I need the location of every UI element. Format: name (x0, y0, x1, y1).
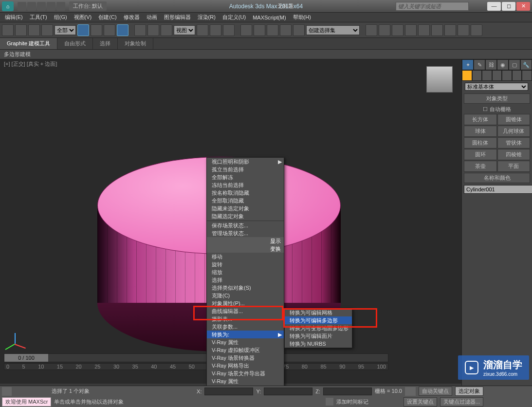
context-menu-item[interactable]: 缩放 (207, 268, 284, 276)
menu-item[interactable]: 创建(C) (95, 13, 119, 22)
unlink-button[interactable] (41, 24, 53, 36)
snap-toggle-button[interactable] (240, 24, 252, 36)
object-name-input[interactable] (464, 185, 532, 194)
menu-item[interactable]: 图形编辑器 (161, 13, 194, 22)
systems-tab[interactable] (522, 70, 532, 81)
menu-item[interactable]: 渲染(R) (195, 13, 219, 22)
undo-button[interactable] (2, 24, 14, 36)
context-menu-item[interactable]: 按名称取消隐藏 (207, 189, 284, 197)
context-menu-item[interactable]: 对象属性(P)... (207, 299, 284, 307)
primitive-button[interactable]: 几何球体 (497, 126, 531, 137)
curve-editor-button[interactable] (405, 24, 417, 36)
primitive-button[interactable]: 圆柱体 (464, 137, 497, 148)
viewport-nav-button[interactable] (521, 397, 530, 406)
primitive-button[interactable]: 长方体 (464, 114, 497, 125)
autogrid-checkbox[interactable]: ☐ 自动栅格 (462, 105, 532, 114)
prev-frame-button[interactable] (510, 387, 518, 396)
time-slider-knob[interactable]: 0 / 100 (4, 354, 48, 362)
context-menu-item[interactable]: 保存场景状态... (207, 222, 284, 229)
context-menu-item[interactable]: 全部解冻 (207, 173, 284, 181)
setkey-button[interactable]: 设置关键点 (404, 397, 437, 407)
time-ruler[interactable]: 0510152025303540455055606570758085909510… (4, 363, 388, 370)
context-menu-item[interactable]: 摄影表... (207, 315, 284, 323)
autokey-button[interactable]: 自动关键点 (419, 387, 452, 396)
context-menu-item[interactable]: 管理场景状态... (207, 229, 284, 237)
select-by-name-button[interactable] (91, 24, 102, 36)
name-color-rollout-header[interactable]: 名称和颜色 (464, 173, 530, 183)
mirror-button[interactable] (366, 24, 377, 36)
play-button[interactable] (486, 387, 495, 396)
geometry-category-dropdown[interactable]: 标准基本体 (465, 83, 528, 91)
context-menu-item[interactable]: 选择类似对象(S) (207, 284, 284, 292)
quad-menu[interactable]: 视口照明和阴影▶孤立当前选择全部解冻冻结当前选择按名称取消隐藏全部取消隐藏隐藏未… (206, 157, 284, 407)
link-button[interactable] (28, 24, 40, 36)
context-menu-item[interactable]: V-Ray 属性 (207, 377, 284, 385)
qat-button[interactable] (27, 2, 36, 11)
coord-z-input[interactable] (323, 388, 372, 395)
viewcube[interactable] (426, 66, 453, 92)
menu-item[interactable]: 自定义(U) (220, 13, 249, 22)
context-menu-item[interactable]: 曲线编辑器... (207, 307, 284, 315)
time-slider[interactable]: 0 / 100 (4, 353, 388, 362)
context-menu-item[interactable]: 隐藏选定对象 (207, 212, 284, 220)
redo-button[interactable] (15, 24, 27, 36)
context-menu-item[interactable]: 转换为可变形地面多边形 (285, 324, 352, 332)
add-time-tag-button[interactable]: 添加时间标记 (336, 398, 368, 406)
menu-item[interactable]: 动画 (144, 13, 160, 22)
coord-y-input[interactable] (264, 388, 312, 395)
coord-x-input[interactable] (204, 388, 253, 395)
use-pivot-button[interactable] (197, 24, 208, 36)
context-menu-item[interactable]: V-Ray 场景转换器 (207, 354, 284, 362)
workspace-selector[interactable]: 工作台: 默认 (69, 1, 107, 11)
minimize-button[interactable]: — (487, 2, 501, 11)
edit-named-sel-button[interactable] (293, 24, 305, 36)
hierarchy-tab[interactable]: ⛓ (485, 59, 497, 70)
ref-coord-dropdown[interactable]: 视图 (174, 25, 195, 35)
menu-item[interactable]: 工具(T) (27, 13, 50, 22)
menu-item[interactable]: 帮助(H) (290, 13, 314, 22)
schematic-view-button[interactable] (418, 24, 430, 36)
help-search-input[interactable]: 键入关键字或短语 (396, 2, 469, 11)
context-menu-item[interactable]: 移动 (207, 253, 284, 260)
ribbon-tab[interactable]: 对象绘制 (118, 38, 153, 49)
maximize-button[interactable]: ◻ (502, 2, 515, 11)
align-button[interactable] (379, 24, 390, 36)
utilities-tab[interactable]: 🔧 (520, 59, 532, 70)
window-crossing-button[interactable] (117, 24, 128, 36)
display-tab[interactable]: ▢ (509, 59, 520, 70)
modify-tab[interactable]: ✎ (474, 59, 485, 70)
viewport-nav-button[interactable] (510, 397, 518, 406)
geometry-tab[interactable] (462, 70, 472, 81)
context-menu-item[interactable]: 转换为可编辑多边形 (285, 316, 352, 324)
context-menu-item[interactable]: V-Ray 网格导出 (207, 362, 284, 370)
qat-button[interactable] (18, 2, 26, 11)
primitive-button[interactable]: 管状体 (497, 137, 531, 148)
object-type-rollout-header[interactable]: 对象类型 (464, 93, 530, 104)
render-button[interactable] (471, 24, 482, 36)
app-logo-icon[interactable]: ⌂ (2, 1, 14, 11)
key-filters-button[interactable]: 关键点过滤器... (440, 397, 483, 407)
rotate-button[interactable] (147, 24, 159, 36)
context-menu-item[interactable]: 关联参数... (207, 323, 284, 331)
context-menu-item[interactable]: 转换为可编辑网格 (285, 309, 352, 316)
context-menu-item[interactable]: V-Ray 属性 (207, 338, 284, 346)
render-frame-button[interactable] (458, 24, 469, 36)
qat-button[interactable] (37, 2, 46, 11)
lock-selection-icon[interactable] (405, 387, 416, 396)
viewport-nav-button[interactable] (498, 397, 507, 406)
menu-item[interactable]: 视图(V) (71, 13, 95, 22)
helpers-tab[interactable] (502, 70, 512, 81)
next-frame-button[interactable] (521, 387, 530, 396)
selected-object-button[interactable]: 选定对象 (455, 387, 483, 396)
angle-snap-button[interactable] (254, 24, 265, 36)
create-tab[interactable]: ✦ (462, 59, 474, 70)
move-button[interactable] (134, 24, 146, 36)
qat-button[interactable] (56, 2, 65, 11)
context-menu-item[interactable]: 克隆(C) (207, 292, 284, 299)
context-menu-item[interactable]: V-Ray 虚拟帧缓冲区 (207, 346, 284, 354)
lights-tab[interactable] (482, 70, 492, 81)
context-menu-item[interactable]: 孤立当前选择 (207, 166, 284, 173)
context-menu-item[interactable]: 隐藏未选定对象 (207, 204, 284, 212)
convert-to-submenu[interactable]: 转换为可编辑网格转换为可编辑多边形转换为可变形地面多边形转换为可编辑面片转换为 … (284, 308, 352, 348)
context-menu-item[interactable]: 冻结当前选择 (207, 181, 284, 189)
